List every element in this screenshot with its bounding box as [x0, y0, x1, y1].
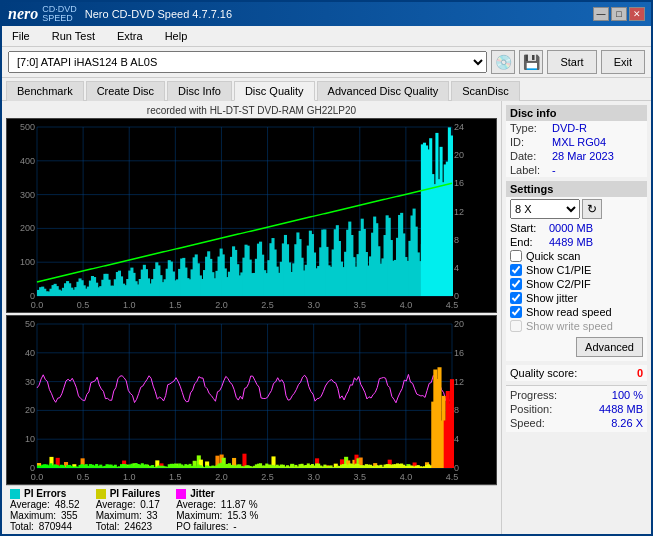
tab-advanced-disc-quality[interactable]: Advanced Disc Quality	[317, 81, 450, 101]
content-area: recorded with HL-DT-ST DVD-RAM GH22LP20 …	[2, 101, 651, 534]
read-speed-checkbox[interactable]	[510, 306, 522, 318]
start-mb-row: Start: 0000 MB	[506, 221, 647, 235]
jitter-po: PO failures: -	[176, 521, 258, 532]
minimize-button[interactable]: —	[593, 7, 609, 21]
main-window: nero CD·DVDSPEED Nero CD-DVD Speed 4.7.7…	[0, 0, 653, 536]
pi-errors-stats: PI Errors Average: 48.52 Maximum: 355 To…	[10, 488, 80, 532]
nero-logo: nero	[8, 5, 38, 23]
pi-errors-color	[10, 489, 20, 499]
disc-label-row: Label: -	[506, 163, 647, 177]
cd-dvd-logo: CD·DVDSPEED	[42, 5, 77, 23]
pi-failures-total: Total: 24623	[96, 521, 161, 532]
logo-area: nero CD·DVDSPEED Nero CD-DVD Speed 4.7.7…	[8, 5, 232, 23]
pi-failures-max: Maximum: 33	[96, 510, 161, 521]
read-speed-row: Show read speed	[506, 305, 647, 319]
progress-row: Progress: 100 %	[506, 388, 647, 402]
window-controls: — □ ✕	[593, 7, 645, 21]
c2pif-checkbox[interactable]	[510, 278, 522, 290]
speed-selector[interactable]: 8 X	[510, 199, 580, 219]
tab-disc-info[interactable]: Disc Info	[167, 81, 232, 101]
write-speed-checkbox	[510, 320, 522, 332]
window-title: Nero CD-DVD Speed 4.7.7.16	[85, 8, 232, 20]
disc-icon-button[interactable]: 💿	[491, 50, 515, 74]
disc-id-row: ID: MXL RG04	[506, 135, 647, 149]
speed-row-progress: Speed: 8.26 X	[506, 416, 647, 430]
tab-disc-quality[interactable]: Disc Quality	[234, 81, 315, 101]
maximize-button[interactable]: □	[611, 7, 627, 21]
menu-extra[interactable]: Extra	[111, 28, 149, 44]
quality-section: Quality score: 0	[506, 365, 647, 381]
close-button[interactable]: ✕	[629, 7, 645, 21]
tab-benchmark[interactable]: Benchmark	[6, 81, 84, 101]
pi-failures-stats: PI Failures Average: 0.17 Maximum: 33 To…	[96, 488, 161, 532]
bottom-chart	[6, 315, 497, 485]
chart-title: recorded with HL-DT-ST DVD-RAM GH22LP20	[6, 105, 497, 116]
title-bar: nero CD·DVDSPEED Nero CD-DVD Speed 4.7.7…	[2, 2, 651, 26]
drive-selector[interactable]: [7:0] ATAPI iHAS124 B AL0S	[8, 51, 487, 73]
jitter-title: Jitter	[176, 488, 258, 499]
start-button[interactable]: Start	[547, 50, 596, 74]
tab-create-disc[interactable]: Create Disc	[86, 81, 165, 101]
speed-row: 8 X ↻	[506, 197, 647, 221]
pi-errors-max: Maximum: 355	[10, 510, 80, 521]
end-mb-row: End: 4489 MB	[506, 235, 647, 249]
sidebar: Disc info Type: DVD-R ID: MXL RG04 Date:…	[501, 101, 651, 534]
jitter-row: Show jitter	[506, 291, 647, 305]
tab-scan-disc[interactable]: ScanDisc	[451, 81, 519, 101]
disc-info-section: Disc info Type: DVD-R ID: MXL RG04 Date:…	[506, 105, 647, 177]
progress-section: Progress: 100 % Position: 4488 MB Speed:…	[506, 385, 647, 432]
pi-errors-total: Total: 870944	[10, 521, 80, 532]
menu-file[interactable]: File	[6, 28, 36, 44]
pi-failures-avg: Average: 0.17	[96, 499, 161, 510]
settings-header: Settings	[506, 181, 647, 197]
pi-errors-avg: Average: 48.52	[10, 499, 80, 510]
tabs: Benchmark Create Disc Disc Info Disc Qua…	[2, 78, 651, 101]
disc-info-header: Disc info	[506, 105, 647, 121]
refresh-button[interactable]: ↻	[582, 199, 602, 219]
disc-type-row: Type: DVD-R	[506, 121, 647, 135]
jitter-stats: Jitter Average: 11.87 % Maximum: 15.3 % …	[176, 488, 258, 532]
c1pie-row: Show C1/PIE	[506, 263, 647, 277]
quality-row: Quality score: 0	[506, 365, 647, 381]
menu-bar: File Run Test Extra Help	[2, 26, 651, 47]
settings-section: Settings 8 X ↻ Start: 0000 MB End: 4489 …	[506, 181, 647, 361]
menu-help[interactable]: Help	[159, 28, 194, 44]
jitter-avg: Average: 11.87 %	[176, 499, 258, 510]
write-speed-row: Show write speed	[506, 319, 647, 333]
jitter-checkbox[interactable]	[510, 292, 522, 304]
toolbar: [7:0] ATAPI iHAS124 B AL0S 💿 💾 Start Exi…	[2, 47, 651, 78]
jitter-max: Maximum: 15.3 %	[176, 510, 258, 521]
c2pif-row: Show C2/PIF	[506, 277, 647, 291]
pi-failures-title: PI Failures	[96, 488, 161, 499]
c1pie-checkbox[interactable]	[510, 264, 522, 276]
menu-run-test[interactable]: Run Test	[46, 28, 101, 44]
exit-button[interactable]: Exit	[601, 50, 645, 74]
quick-scan-row: Quick scan	[506, 249, 647, 263]
pi-errors-title: PI Errors	[10, 488, 80, 499]
jitter-color	[176, 489, 186, 499]
stats-bar: PI Errors Average: 48.52 Maximum: 355 To…	[6, 485, 497, 534]
top-chart	[6, 118, 497, 313]
position-row: Position: 4488 MB	[506, 402, 647, 416]
advanced-button[interactable]: Advanced	[576, 337, 643, 357]
charts-container	[6, 118, 497, 485]
pi-failures-color	[96, 489, 106, 499]
main-content: recorded with HL-DT-ST DVD-RAM GH22LP20 …	[2, 101, 501, 534]
save-icon-button[interactable]: 💾	[519, 50, 543, 74]
quick-scan-checkbox[interactable]	[510, 250, 522, 262]
disc-date-row: Date: 28 Mar 2023	[506, 149, 647, 163]
